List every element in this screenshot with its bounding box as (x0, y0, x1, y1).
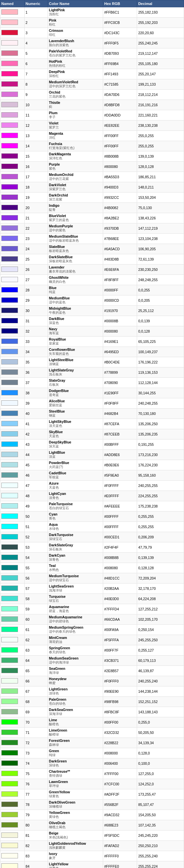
header-color-name: Color Name (48, 0, 103, 7)
color-decimal: 0,139,139 (137, 553, 184, 563)
color-swatch-cell (0, 460, 25, 470)
table-row: 41LightSkyBlue淡天蓝色#87CEFA135,206,250 (0, 419, 184, 429)
table-row: 28Blue纯蓝#0000FF0,0,255 (0, 285, 184, 296)
table-row: 18DarkViolet深紫罗兰色#9400D3148,0,211 (0, 182, 184, 192)
color-index: 31 (24, 316, 48, 326)
color-name: MediumVioletRed适中的深罗兰红色 (48, 79, 103, 90)
color-swatch-cell (0, 254, 25, 265)
table-row: 13Magenta洋红#FF00FF255,0,255 (0, 131, 184, 141)
color-swatch-cell (0, 717, 25, 727)
color-index: 73 (24, 748, 48, 758)
table-row: 10Thistle蓟#D8BFD8216,191,216 (0, 100, 184, 110)
color-hex: #4B0082 (103, 203, 137, 213)
color-hex: #483D8B (103, 254, 137, 265)
color-index: 11 (24, 110, 48, 121)
color-index: 20 (24, 203, 48, 213)
color-decimal: 144,238,144 (137, 686, 184, 697)
table-row: 8MediumVioletRed适中的深罗兰红色#C71585199,21,13… (0, 79, 184, 90)
color-index: 64 (24, 656, 48, 666)
color-decimal: 250,250,210 (137, 841, 184, 851)
color-index: 70 (24, 717, 48, 727)
color-index: 67 (24, 686, 48, 697)
color-index: 79 (24, 810, 48, 820)
color-swatch-cell (0, 727, 25, 738)
color-hex: #FFB6C1 (103, 7, 137, 18)
table-row: 67LightGreen淡绿色#90EE90144,238,144 (0, 686, 184, 697)
color-name: DarkSeaGreen深海洋绿 (48, 707, 103, 717)
color-index: 32 (24, 326, 48, 337)
color-swatch-cell (0, 79, 25, 90)
table-row: 1LightPink浅粉红#FFB6C1255,182,193 (0, 7, 184, 18)
color-name: LawnGreen草坪绿 (48, 779, 103, 789)
color-name: LightSteelBlue淡钢蓝 (48, 357, 103, 367)
color-decimal: 75,0,130 (137, 203, 184, 213)
color-decimal: 60,179,113 (137, 656, 184, 666)
table-row: 63SpringGreen春天的绿色#00FF7F0,255,127 (0, 645, 184, 656)
color-name: LimeGreen酸橙绿 (48, 727, 103, 738)
color-name: SteelBlue钢蓝 (48, 409, 103, 419)
color-name: SlateBlue板岩暗蓝灰色 (48, 244, 103, 254)
color-name: DarkBlue深蓝色 (48, 316, 103, 326)
table-row: 29MediumBlue适中的蓝色#0000CD0,0,205 (0, 296, 184, 306)
table-row: 77GreenYellow绿黄色#ADFF2F173,255,47 (0, 789, 184, 800)
color-name: ForestGreen森林绿 (48, 738, 103, 748)
header-decimal: Decimal (137, 0, 184, 7)
color-name: Violet紫罗兰 (48, 121, 103, 131)
color-index: 3 (24, 28, 48, 38)
table-row: 7DeepPink深粉红#FF1493255,20,147 (0, 69, 184, 79)
table-row: 49PaleTurquoise苍白的绿宝石#AFEEEE175,238,238 (0, 501, 184, 512)
color-name: Lime酸橙色 (48, 717, 103, 727)
color-hex: #7B68EE (103, 234, 137, 244)
color-hex: #B0E0E6 (103, 460, 137, 470)
color-swatch-cell (0, 337, 25, 347)
color-hex: #00FF00 (103, 717, 137, 727)
color-index: 74 (24, 758, 48, 769)
table-row: 3Crimson绯红#DC143C220,20,60 (0, 28, 184, 38)
color-decimal: 173,255,47 (137, 789, 184, 800)
color-swatch-cell (0, 69, 25, 79)
color-decimal: 173,216,230 (137, 450, 184, 460)
color-decimal: 238,130,238 (137, 121, 184, 131)
color-hex: #C71585 (103, 79, 137, 90)
color-decimal: 107,142,35 (137, 820, 184, 831)
color-name: DarkSlateGray深石板灰 (48, 542, 103, 553)
color-decimal: 72,209,204 (137, 573, 184, 584)
color-swatch-cell (0, 419, 25, 429)
color-swatch-cell (0, 378, 25, 388)
color-name: Aqua水绿色 (48, 522, 103, 532)
color-hex: #D8BFD8 (103, 100, 137, 110)
color-name: LightGreen淡绿色 (48, 686, 103, 697)
color-index: 51 (24, 522, 48, 532)
color-decimal: 248,248,255 (137, 275, 184, 285)
color-index: 12 (24, 121, 48, 131)
color-hex: #40E0D0 (103, 594, 137, 604)
color-swatch-cell (0, 707, 25, 717)
table-row: 48LightCyan淡青色#E0FFFF224,255,255 (0, 491, 184, 501)
color-name: LightSkyBlue淡天蓝色 (48, 419, 103, 429)
color-name: Crimson绯红 (48, 28, 103, 38)
color-decimal: 119,136,153 (137, 367, 184, 378)
color-swatch-cell (0, 635, 25, 645)
table-row: 66Honeydew蜂蜜#F0FFF0240,255,240 (0, 676, 184, 686)
color-decimal: 224,255,255 (137, 491, 184, 501)
table-row: 75Chartreuse**查特酒绿#7FFF00127,255,0 (0, 769, 184, 779)
color-decimal: 255,105,180 (137, 59, 184, 69)
table-row: 30MidnightBlue午夜的蓝色#19197025,25,112 (0, 306, 184, 316)
color-hex: #8FBC8F (103, 707, 137, 717)
color-decimal: 230,230,250 (137, 265, 184, 275)
color-index: 29 (24, 296, 48, 306)
color-decimal: 127,255,0 (137, 769, 184, 779)
color-swatch-cell (0, 357, 25, 367)
color-name: Ivory象牙 (48, 851, 103, 861)
table-row: 58Turquoise绿宝石#40E0D064,224,208 (0, 594, 184, 604)
table-row: 22MediumPurple适中的紫色#9370DB147,112,219 (0, 223, 184, 234)
color-hex: #90EE90 (103, 686, 137, 697)
color-name: Azure天蓝色 (48, 480, 103, 491)
color-hex: #FAFAD2 (103, 841, 137, 851)
table-row: 42SkyBlue天蓝色#87CEEB135,206,235 (0, 429, 184, 439)
color-hex: #20B2AA (103, 584, 137, 594)
color-index: 8 (24, 79, 48, 90)
color-decimal: 123,104,238 (137, 234, 184, 244)
color-decimal: 102,205,170 (137, 614, 184, 625)
color-name: Purple紫色 (48, 162, 103, 172)
